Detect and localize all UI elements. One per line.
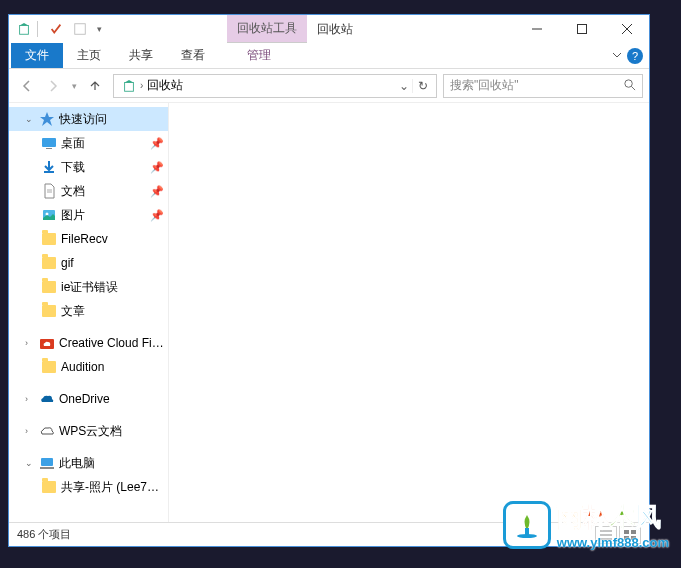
collapse-icon[interactable]: ⌄ xyxy=(25,458,35,468)
svg-rect-10 xyxy=(46,148,52,149)
address-dropdown-icon[interactable]: ⌄ xyxy=(396,79,412,93)
tab-home[interactable]: 主页 xyxy=(63,43,115,68)
properties-icon[interactable] xyxy=(45,18,67,40)
sidebar-item-this-pc[interactable]: ⌄ 此电脑 xyxy=(9,451,168,475)
tab-file[interactable]: 文件 xyxy=(11,43,63,68)
sidebar-item-audition[interactable]: Audition xyxy=(9,355,168,379)
folder-icon xyxy=(41,255,57,271)
sidebar-item-quick-access[interactable]: ⌄ 快速访问 xyxy=(9,107,168,131)
sidebar-item-onedrive[interactable]: › OneDrive xyxy=(9,387,168,411)
sidebar-item-desktop[interactable]: 桌面 📌 xyxy=(9,131,168,155)
this-pc-icon xyxy=(39,455,55,471)
breadcrumb-root-icon[interactable] xyxy=(118,79,140,93)
close-button[interactable] xyxy=(604,15,649,43)
window-title: 回收站 xyxy=(307,15,514,43)
svg-point-27 xyxy=(517,534,537,538)
sidebar-item-creative-cloud[interactable]: › Creative Cloud Files xyxy=(9,331,168,355)
tab-view[interactable]: 查看 xyxy=(167,43,219,68)
pin-icon: 📌 xyxy=(150,137,164,150)
quick-access-toolbar: ▾ xyxy=(9,15,109,43)
sidebar-item-gif[interactable]: gif xyxy=(9,251,168,275)
desktop-icon xyxy=(41,135,57,151)
sidebar-item-documents[interactable]: 文档 📌 xyxy=(9,179,168,203)
content-pane[interactable] xyxy=(169,103,649,522)
svg-rect-3 xyxy=(577,25,586,34)
minimize-button[interactable] xyxy=(514,15,559,43)
ribbon-tabs: 文件 主页 共享 查看 管理 ? xyxy=(9,43,649,69)
pictures-icon xyxy=(41,207,57,223)
collapse-icon[interactable]: ⌄ xyxy=(25,114,35,124)
sidebar-item-downloads[interactable]: 下载 📌 xyxy=(9,155,168,179)
sidebar-item-articles[interactable]: 文章 xyxy=(9,299,168,323)
svg-point-7 xyxy=(625,79,632,86)
ribbon-expand-icon[interactable] xyxy=(611,47,623,65)
navigation-pane[interactable]: ⌄ 快速访问 桌面 📌 下载 📌 文档 📌 xyxy=(9,103,169,522)
search-placeholder: 搜索"回收站" xyxy=(450,77,519,94)
folder-icon xyxy=(41,231,57,247)
sidebar-item-shared-photos[interactable]: 共享-照片 (Lee77...) xyxy=(9,475,168,499)
breadcrumb-location[interactable]: 回收站 xyxy=(143,77,187,94)
up-button[interactable] xyxy=(83,74,107,98)
sidebar-item-wps[interactable]: › WPS云文档 xyxy=(9,419,168,443)
window-controls xyxy=(514,15,649,43)
explorer-window: ▾ 回收站工具 回收站 文件 主页 共享 查看 管理 ? ▾ xyxy=(8,14,650,547)
watermark-title: 雨林木风 xyxy=(557,500,669,535)
forward-button[interactable] xyxy=(41,74,65,98)
watermark-url: www.ylmf888.com xyxy=(557,535,669,550)
svg-rect-17 xyxy=(41,458,53,466)
folder-icon xyxy=(41,279,57,295)
sidebar-item-pictures[interactable]: 图片 📌 xyxy=(9,203,168,227)
refresh-icon[interactable]: ↻ xyxy=(412,79,432,93)
body-area: ⌄ 快速访问 桌面 📌 下载 📌 文档 📌 xyxy=(9,103,649,522)
watermark-logo-icon xyxy=(503,501,551,549)
back-button[interactable] xyxy=(15,74,39,98)
qat-blank-icon[interactable] xyxy=(69,18,91,40)
wps-cloud-icon xyxy=(39,423,55,439)
maximize-button[interactable] xyxy=(559,15,604,43)
recent-dropdown-icon[interactable]: ▾ xyxy=(67,74,81,98)
search-icon[interactable] xyxy=(623,78,636,94)
tab-manage[interactable]: 管理 xyxy=(219,43,299,68)
expand-icon[interactable]: › xyxy=(25,426,35,436)
item-count: 486 个项目 xyxy=(17,527,71,542)
svg-rect-18 xyxy=(40,467,54,469)
watermark: 雨林木风 www.ylmf888.com xyxy=(503,500,669,550)
recycle-bin-icon[interactable] xyxy=(13,18,35,40)
sidebar-item-filerecv[interactable]: FileRecv xyxy=(9,227,168,251)
folder-icon xyxy=(41,303,57,319)
titlebar: ▾ 回收站工具 回收站 xyxy=(9,15,649,43)
search-input[interactable]: 搜索"回收站" xyxy=(443,74,643,98)
tab-share[interactable]: 共享 xyxy=(115,43,167,68)
folder-icon xyxy=(41,359,57,375)
expand-icon[interactable]: › xyxy=(25,338,35,348)
svg-rect-9 xyxy=(42,138,56,147)
download-icon xyxy=(41,159,57,175)
qat-sep xyxy=(37,21,43,37)
help-icon[interactable]: ? xyxy=(627,48,643,64)
pin-icon: 📌 xyxy=(150,185,164,198)
star-icon xyxy=(39,111,55,127)
svg-rect-1 xyxy=(75,24,86,35)
svg-rect-0 xyxy=(20,26,29,35)
address-row: ▾ › 回收站 ⌄ ↻ 搜索"回收站" xyxy=(9,69,649,103)
document-icon xyxy=(41,183,57,199)
address-bar[interactable]: › 回收站 ⌄ ↻ xyxy=(113,74,437,98)
folder-icon xyxy=(41,479,57,495)
svg-rect-6 xyxy=(125,82,134,91)
pin-icon: 📌 xyxy=(150,209,164,222)
sidebar-item-ie-cert[interactable]: ie证书错误 xyxy=(9,275,168,299)
pin-icon: 📌 xyxy=(150,161,164,174)
qat-dropdown-icon[interactable]: ▾ xyxy=(93,18,105,40)
creative-cloud-icon xyxy=(39,335,55,351)
svg-line-8 xyxy=(631,86,635,90)
ribbon-context-tab-label: 回收站工具 xyxy=(227,15,307,43)
expand-icon[interactable]: › xyxy=(25,394,35,404)
onedrive-icon xyxy=(39,391,55,407)
